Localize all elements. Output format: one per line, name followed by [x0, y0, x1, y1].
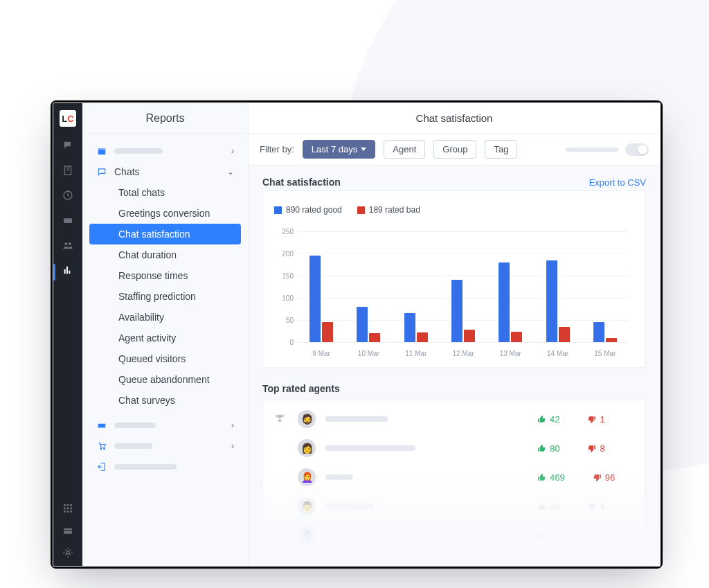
filter-agent[interactable]: Agent — [384, 140, 425, 159]
bar-group — [345, 231, 392, 342]
legend-good: 890 rated good — [274, 205, 342, 215]
agent-row[interactable]: 👩808 — [267, 434, 641, 463]
agent-name-placeholder — [325, 533, 388, 538]
legend-swatch-good — [274, 206, 282, 214]
sidebar-item-chat-satisfaction[interactable]: Chat satisfaction — [89, 224, 241, 244]
compare-toggle[interactable] — [625, 143, 649, 156]
sidebar-item-queued-visitors[interactable]: Queued visitors — [89, 348, 241, 369]
svg-rect-6 — [70, 504, 72, 506]
team-icon[interactable] — [62, 239, 74, 251]
placeholder-text — [114, 443, 152, 449]
sidebar-group-tickets[interactable]: › — [89, 415, 241, 436]
agent-name-placeholder — [325, 562, 381, 566]
settings-icon[interactable] — [62, 546, 74, 559]
svg-rect-10 — [64, 510, 66, 513]
compare-slider[interactable] — [566, 148, 618, 152]
chart-card-header: Chat satisfaction Export to CSV — [262, 177, 646, 188]
chats-subitems: Total chatsGreetings conversionChat sati… — [89, 182, 241, 411]
agent-row[interactable]: 👨484 — [267, 492, 641, 521]
agent-name-placeholder — [325, 504, 374, 509]
apps-icon[interactable] — [62, 502, 74, 515]
agent-counts: 421 — [537, 414, 634, 425]
x-tick-label: 13 Mar — [487, 350, 534, 357]
top-agents-card: 🧔421👩808👩‍🦰46996👨484👤648👤547 — [262, 400, 646, 566]
y-tick-label: 250 — [274, 228, 294, 235]
sidebar-group-chats[interactable]: Chats ⌄ — [89, 161, 241, 182]
customers-icon[interactable] — [62, 164, 74, 177]
chart-legend: 890 rated good 189 rated bad — [274, 201, 634, 222]
avatar: 👤 — [298, 526, 316, 544]
sidebar-item-chat-surveys[interactable]: Chat surveys — [89, 390, 241, 411]
sidebar-title: Reports — [82, 103, 248, 134]
x-tick-label: 9 Mar — [298, 350, 345, 357]
svg-point-2 — [64, 242, 67, 245]
nav-rail: LC — [53, 103, 82, 566]
top-agents-title: Top rated agents — [262, 383, 646, 394]
chats-icon[interactable] — [62, 139, 74, 152]
avatar: 👨 — [298, 497, 316, 515]
svg-rect-18 — [98, 424, 106, 428]
reports-sidebar: Reports › Chats ⌄ Total chatsGreetings c… — [82, 103, 249, 566]
billing-icon[interactable] — [62, 524, 74, 537]
tickets-icon[interactable] — [62, 214, 74, 226]
svg-rect-12 — [70, 510, 72, 513]
thumbs-down-count: 1 — [587, 414, 604, 425]
svg-rect-9 — [70, 508, 72, 510]
reports-icon[interactable] — [62, 264, 74, 276]
sidebar-group-export[interactable] — [89, 456, 241, 477]
y-tick-label: 150 — [274, 272, 294, 280]
top-agents-section: Top rated agents 🧔421👩808👩‍🦰46996👨484👤64… — [262, 383, 646, 566]
chevron-right-icon: › — [231, 146, 234, 156]
agent-counts: 547 — [537, 560, 634, 567]
legend-bad: 189 rated bad — [357, 205, 420, 215]
thumbs-down-count: 8 — [587, 443, 604, 454]
agent-name-placeholder — [325, 416, 388, 422]
thumbs-down-count: 8 — [587, 531, 604, 541]
sidebar-item-total-chats[interactable]: Total chats — [89, 182, 241, 203]
agent-counts: 648 — [537, 531, 634, 541]
agent-row[interactable]: 👩‍🦰46996 — [267, 463, 641, 492]
export-csv-link[interactable]: Export to CSV — [589, 177, 646, 188]
filter-date-range[interactable]: Last 7 days — [303, 140, 376, 159]
ticket-icon — [96, 420, 107, 431]
sidebar-item-response-times[interactable]: Response times — [89, 265, 241, 286]
bar-bad — [369, 333, 380, 342]
filter-group[interactable]: Group — [433, 140, 476, 159]
legend-swatch-bad — [357, 206, 365, 214]
bar-good — [357, 307, 368, 342]
sidebar-item-staffing-prediction[interactable]: Staffing prediction — [89, 286, 241, 307]
thumbs-down-count: 96 — [593, 472, 615, 483]
agent-row[interactable]: 👤547 — [267, 550, 641, 566]
sidebar-item-chat-duration[interactable]: Chat duration — [89, 244, 241, 265]
sidebar-group-dashboard[interactable]: › — [89, 141, 241, 161]
sidebar-body: › Chats ⌄ Total chatsGreetings conversio… — [82, 134, 248, 566]
content-area: Chat satisfaction Export to CSV 890 rate… — [249, 166, 660, 566]
x-tick-label: 11 Mar — [393, 350, 440, 357]
svg-rect-8 — [67, 508, 69, 510]
avatar: 👤 — [298, 555, 316, 566]
sidebar-group-ecommerce[interactable]: › — [89, 436, 241, 456]
bar-bad — [322, 322, 333, 342]
sidebar-item-greetings-conversion[interactable]: Greetings conversion — [89, 203, 241, 224]
bar-good — [309, 256, 321, 342]
sidebar-item-agent-activity[interactable]: Agent activity — [89, 328, 241, 348]
clock-icon[interactable] — [62, 189, 74, 202]
agent-row[interactable]: 🧔421 — [267, 404, 641, 434]
chart-area: 0501001502002509 Mar10 Mar11 Mar12 Mar13… — [274, 222, 634, 360]
thumbs-up-count: 42 — [537, 414, 559, 425]
rail-active-indicator — [53, 264, 55, 280]
bar-bad — [511, 332, 522, 342]
filter-tag[interactable]: Tag — [485, 140, 517, 159]
chat-icon — [96, 166, 107, 177]
svg-rect-17 — [98, 148, 106, 150]
x-axis: 9 Mar10 Mar11 Mar12 Mar13 Mar14 Mar15 Ma… — [298, 350, 629, 357]
agent-row[interactable]: 👤648 — [267, 521, 641, 550]
agent-counts: 46996 — [537, 472, 634, 483]
avatar: 👩‍🦰 — [298, 468, 316, 486]
svg-rect-7 — [64, 508, 66, 510]
sidebar-item-queue-abandonment[interactable]: Queue abandonment — [89, 369, 241, 390]
chevron-down-icon: ⌄ — [227, 167, 234, 177]
bar-good — [593, 322, 604, 342]
plot-area — [298, 231, 629, 342]
sidebar-item-availability[interactable]: Availability — [89, 307, 241, 328]
